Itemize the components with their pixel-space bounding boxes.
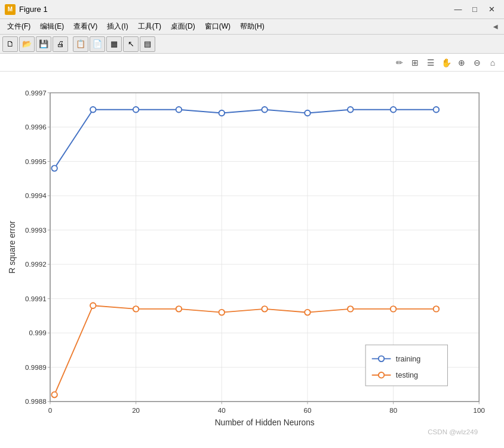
close-button[interactable]: ✕ xyxy=(484,3,499,16)
copy-button[interactable]: 📋 xyxy=(73,36,88,52)
svg-point-54 xyxy=(262,107,268,113)
svg-text:20: 20 xyxy=(132,406,140,414)
svg-text:0.9997: 0.9997 xyxy=(25,89,47,97)
y-axis-label: R square error xyxy=(8,221,17,274)
window-title: Figure 1 xyxy=(19,5,48,14)
y-axis-labels: 0.9988 0.9989 0.999 0.9991 0.9992 0.9993… xyxy=(25,89,47,406)
svg-point-56 xyxy=(348,107,354,113)
svg-text:0: 0 xyxy=(48,406,52,414)
legend-toggle-button[interactable]: ☰ xyxy=(424,56,437,69)
svg-point-61 xyxy=(133,306,139,312)
menu-tools[interactable]: 工具(T) xyxy=(133,20,166,33)
svg-text:0.9988: 0.9988 xyxy=(25,397,47,405)
figure-palette-button[interactable]: ▦ xyxy=(106,36,122,52)
menu-edit[interactable]: 编辑(E) xyxy=(35,20,69,33)
reset-view-button[interactable]: ⌂ xyxy=(486,56,499,69)
svg-text:0.9994: 0.9994 xyxy=(25,191,47,199)
x-axis-label: Number of Hidden Neurons xyxy=(215,418,315,427)
svg-point-59 xyxy=(51,392,57,398)
watermark: CSDN @wlz249 xyxy=(428,428,478,435)
minimize-button[interactable]: — xyxy=(450,3,466,16)
svg-point-51 xyxy=(133,107,139,113)
plot-toolbar: ✏ ⊞ ☰ ✋ ⊕ ⊖ ⌂ xyxy=(0,54,504,72)
svg-text:0.999: 0.999 xyxy=(29,329,47,336)
title-bar-left: M Figure 1 xyxy=(5,4,48,15)
svg-point-64 xyxy=(262,306,268,312)
svg-rect-69 xyxy=(365,345,447,386)
x-axis-labels: 0 20 40 60 80 100 xyxy=(48,406,485,414)
print-button[interactable]: 🖨 xyxy=(53,36,68,52)
menu-help[interactable]: 帮助(H) xyxy=(235,20,269,33)
matlab-icon: M xyxy=(5,4,16,15)
svg-point-57 xyxy=(391,107,397,113)
svg-point-67 xyxy=(391,306,397,312)
title-bar: M Figure 1 — □ ✕ xyxy=(0,0,504,19)
zoom-in-button[interactable]: ⊕ xyxy=(455,56,468,69)
legend-training-label: training xyxy=(396,355,421,363)
menu-bar: 文件(F) 编辑(E) 查看(V) 插入(I) 工具(T) 桌面(D) 窗口(W… xyxy=(0,19,504,35)
svg-point-63 xyxy=(219,310,225,316)
menu-window[interactable]: 窗口(W) xyxy=(200,20,235,33)
toolbar: 🗋 📂 💾 🖨 📋 📄 ▦ ↖ ▤ xyxy=(0,35,504,54)
svg-text:0.9991: 0.9991 xyxy=(25,295,47,302)
svg-point-68 xyxy=(434,306,440,312)
svg-point-62 xyxy=(176,306,182,312)
open-button[interactable]: 📂 xyxy=(19,36,35,52)
pan-button[interactable]: ✋ xyxy=(440,56,453,69)
svg-point-73 xyxy=(379,372,385,378)
svg-point-50 xyxy=(90,107,96,113)
svg-text:80: 80 xyxy=(389,406,397,414)
svg-text:100: 100 xyxy=(474,406,485,414)
svg-point-53 xyxy=(219,110,225,116)
menu-desktop[interactable]: 桌面(D) xyxy=(166,20,200,33)
svg-point-52 xyxy=(176,107,182,113)
maximize-button[interactable]: □ xyxy=(467,3,483,16)
property-editor-button[interactable]: ▤ xyxy=(140,36,155,52)
svg-text:0.9993: 0.9993 xyxy=(25,226,47,234)
window-controls: — □ ✕ xyxy=(450,3,499,16)
data-cursor-button[interactable]: ⊞ xyxy=(408,56,422,69)
svg-text:0.9995: 0.9995 xyxy=(25,157,47,165)
new-figure-button[interactable]: 🗋 xyxy=(2,36,18,52)
page-setup-button[interactable]: 📄 xyxy=(90,36,105,52)
svg-text:0.9989: 0.9989 xyxy=(25,363,47,371)
menu-bar-arrow: ◄ xyxy=(491,22,502,31)
svg-point-71 xyxy=(379,356,385,362)
svg-text:0.9992: 0.9992 xyxy=(25,260,47,268)
svg-point-65 xyxy=(305,310,311,316)
menu-bar-items: 文件(F) 编辑(E) 查看(V) 插入(I) 工具(T) 桌面(D) 窗口(W… xyxy=(2,20,269,33)
edit-plot-button[interactable]: ✏ xyxy=(393,56,406,69)
svg-point-55 xyxy=(305,110,311,116)
menu-view[interactable]: 查看(V) xyxy=(69,20,102,33)
menu-insert[interactable]: 插入(I) xyxy=(102,20,133,33)
svg-point-66 xyxy=(348,306,354,312)
svg-point-60 xyxy=(90,302,96,308)
select-button[interactable]: ↖ xyxy=(123,36,139,52)
menu-file[interactable]: 文件(F) xyxy=(2,20,35,33)
save-button[interactable]: 💾 xyxy=(36,36,51,52)
chart-area: 0.9988 0.9989 0.999 0.9991 0.9992 0.9993… xyxy=(0,72,504,448)
svg-point-58 xyxy=(434,107,440,113)
chart-svg: 0.9988 0.9989 0.999 0.9991 0.9992 0.9993… xyxy=(6,78,498,442)
legend-testing-label: testing xyxy=(396,371,418,379)
svg-text:40: 40 xyxy=(218,406,226,414)
svg-text:60: 60 xyxy=(304,406,312,414)
main-content: ✏ ⊞ ☰ ✋ ⊕ ⊖ ⌂ xyxy=(0,54,504,448)
svg-point-49 xyxy=(51,165,57,171)
svg-text:0.9996: 0.9996 xyxy=(25,123,47,131)
zoom-out-button[interactable]: ⊖ xyxy=(471,56,484,69)
